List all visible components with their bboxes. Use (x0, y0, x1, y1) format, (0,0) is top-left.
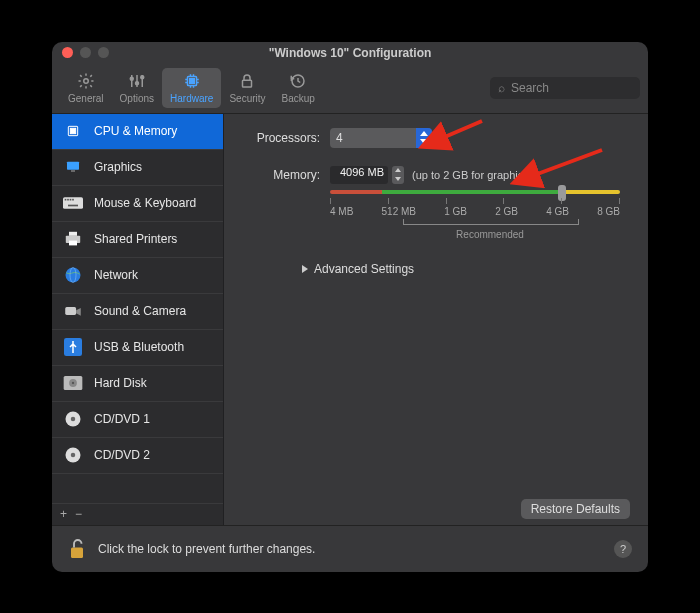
sidebar-item-hard-disk[interactable]: Hard Disk (52, 366, 223, 402)
svg-point-0 (84, 79, 89, 84)
processors-select[interactable]: 4 (330, 128, 432, 148)
printer-icon (62, 230, 84, 248)
sidebar-item-sound-camera[interactable]: Sound & Camera (52, 294, 223, 330)
sliders-icon (127, 72, 147, 90)
memory-ticks: 4 MB 512 MB 1 GB 2 GB 4 GB 8 GB (330, 206, 620, 217)
sidebar-item-cddvd-2[interactable]: CD/DVD 2 (52, 438, 223, 474)
sidebar-item-label: Shared Printers (94, 232, 177, 246)
tab-options-label: Options (120, 93, 154, 104)
svg-rect-6 (243, 80, 252, 87)
svg-rect-10 (67, 162, 79, 170)
sidebar-item-label: Graphics (94, 160, 142, 174)
svg-point-29 (71, 417, 76, 422)
tab-general-label: General (68, 93, 104, 104)
content-pane: Processors: 4 Memory: 4096 MB (224, 114, 648, 525)
search-placeholder: Search (511, 81, 549, 95)
svg-rect-34 (71, 547, 83, 558)
hard-disk-icon (62, 374, 84, 392)
config-window: "Windows 10" Configuration General Optio… (52, 42, 648, 572)
svg-rect-11 (71, 170, 75, 171)
gear-icon (76, 72, 96, 90)
svg-point-1 (130, 77, 133, 80)
tab-hardware[interactable]: Hardware (162, 68, 221, 108)
padlock-open-icon[interactable] (68, 538, 86, 560)
svg-rect-13 (65, 199, 67, 201)
memory-field[interactable]: 4096 MB (330, 166, 388, 184)
hardware-sidebar: CPU & Memory Graphics Mouse & Keyboard S… (52, 114, 224, 525)
footer: Click the lock to prevent further change… (52, 525, 648, 572)
svg-rect-14 (67, 199, 69, 201)
sidebar-item-label: USB & Bluetooth (94, 340, 184, 354)
stepper-down-icon (392, 175, 404, 184)
disc-icon (62, 410, 84, 428)
tab-security-label: Security (229, 93, 265, 104)
memory-label: Memory: (242, 168, 320, 182)
svg-point-31 (71, 453, 76, 458)
sidebar-item-label: CD/DVD 2 (94, 448, 150, 462)
sidebar-item-network[interactable]: Network (52, 258, 223, 294)
sidebar-item-label: Hard Disk (94, 376, 147, 390)
memory-hint: (up to 2 GB for graphics) (412, 169, 532, 181)
sidebar-item-usb-bluetooth[interactable]: USB & Bluetooth (52, 330, 223, 366)
sidebar-item-label: Mouse & Keyboard (94, 196, 196, 210)
processors-value: 4 (336, 131, 343, 145)
help-button[interactable]: ? (614, 540, 632, 558)
sidebar-item-shared-printers[interactable]: Shared Printers (52, 222, 223, 258)
sidebar-item-graphics[interactable]: Graphics (52, 150, 223, 186)
camera-icon (62, 302, 84, 320)
tab-hardware-label: Hardware (170, 93, 213, 104)
stepper-up-icon (392, 166, 404, 175)
usb-icon (62, 338, 84, 356)
window-title: "Windows 10" Configuration (52, 46, 648, 60)
svg-rect-17 (68, 205, 78, 207)
search-field[interactable]: ⌕ Search (490, 77, 640, 99)
add-device-button[interactable]: + (60, 507, 67, 521)
svg-rect-9 (70, 128, 75, 133)
lock-hint-text: Click the lock to prevent further change… (98, 542, 315, 556)
body: CPU & Memory Graphics Mouse & Keyboard S… (52, 114, 648, 525)
chevron-right-icon (302, 265, 308, 273)
restore-defaults-button[interactable]: Restore Defaults (521, 499, 630, 519)
keyboard-icon (62, 194, 84, 212)
sidebar-footer: + − (52, 503, 223, 525)
tab-backup[interactable]: Backup (274, 68, 323, 108)
tab-options[interactable]: Options (112, 68, 162, 108)
svg-rect-20 (69, 241, 77, 246)
svg-point-21 (66, 268, 81, 283)
chevron-updown-icon (416, 128, 432, 148)
svg-rect-23 (65, 307, 76, 315)
clock-arrow-icon (288, 72, 308, 90)
svg-point-3 (141, 76, 144, 79)
monitor-icon (62, 158, 84, 176)
search-icon: ⌕ (498, 81, 505, 95)
tab-security[interactable]: Security (221, 68, 273, 108)
advanced-settings-label: Advanced Settings (314, 262, 414, 276)
svg-rect-16 (72, 199, 74, 201)
recommended-label: Recommended (360, 229, 620, 240)
cpu-icon (62, 122, 84, 140)
svg-rect-19 (69, 232, 77, 236)
tab-backup-label: Backup (282, 93, 315, 104)
disc-icon (62, 446, 84, 464)
tab-general[interactable]: General (60, 68, 112, 108)
processors-label: Processors: (242, 131, 320, 145)
titlebar: "Windows 10" Configuration (52, 42, 648, 64)
sidebar-item-cpu-memory[interactable]: CPU & Memory (52, 114, 223, 150)
remove-device-button[interactable]: − (75, 507, 82, 521)
sidebar-item-cddvd-1[interactable]: CD/DVD 1 (52, 402, 223, 438)
svg-point-27 (72, 382, 74, 384)
svg-point-2 (135, 82, 138, 85)
sidebar-item-label: CPU & Memory (94, 124, 177, 138)
chip-icon (182, 72, 202, 90)
sidebar-item-label: CD/DVD 1 (94, 412, 150, 426)
sidebar-item-label: Network (94, 268, 138, 282)
advanced-settings-toggle[interactable]: Advanced Settings (302, 262, 630, 276)
globe-icon (62, 266, 84, 284)
memory-stepper[interactable] (392, 166, 404, 184)
svg-rect-15 (70, 199, 72, 201)
top-toolbar: General Options Hardware Security Backup… (52, 64, 648, 114)
lock-icon (237, 72, 257, 90)
memory-slider[interactable] (330, 190, 620, 194)
sidebar-item-mouse-keyboard[interactable]: Mouse & Keyboard (52, 186, 223, 222)
sidebar-item-label: Sound & Camera (94, 304, 186, 318)
